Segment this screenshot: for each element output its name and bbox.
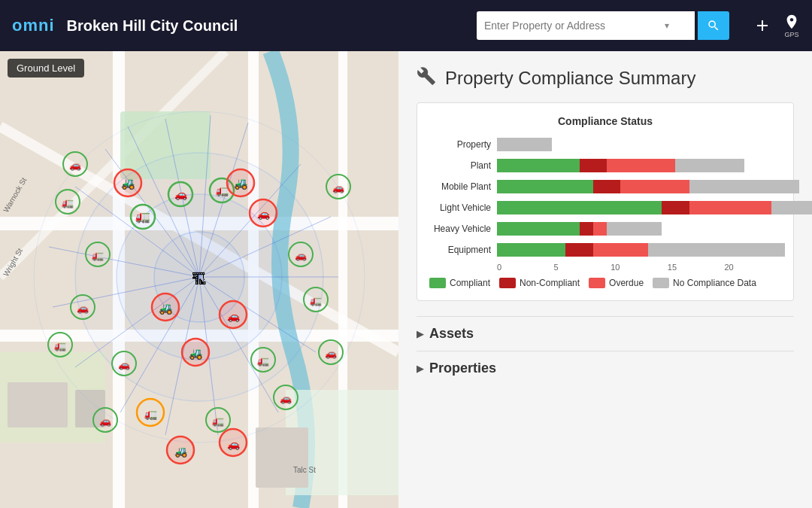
app-logo: omni	[12, 16, 55, 35]
map-background: Warnock St Wright St Talc St	[0, 51, 398, 508]
chart-row: Equipment	[429, 242, 781, 258]
legend-item: Non-Compliant	[499, 278, 580, 288]
main-content: Warnock St Wright St Talc St	[0, 51, 812, 508]
chart-row-bars	[497, 159, 781, 172]
bar-no-data	[771, 201, 812, 214]
svg-rect-12	[75, 390, 105, 427]
search-dropdown-icon[interactable]: ▾	[665, 20, 669, 31]
bar-no-data	[607, 222, 662, 236]
svg-text:Talc St: Talc St	[293, 466, 316, 474]
wrench-icon	[417, 66, 436, 90]
bar-noncompliant	[662, 201, 689, 214]
bar-no-data	[675, 159, 744, 172]
search-container: ▾	[477, 11, 729, 40]
chart-rows: PropertyPlantMobile PlantLight VehicleHe…	[429, 136, 781, 258]
x-axis: 05101520	[497, 263, 781, 272]
bar-noncompliant	[580, 159, 607, 172]
search-button[interactable]	[698, 11, 729, 40]
legend-label: Overdue	[609, 278, 644, 288]
chart-row-bars	[497, 222, 781, 236]
collapsible-sections: ▶Assets▶Properties	[417, 316, 794, 385]
bar-noncompliant	[593, 180, 621, 193]
legend-swatch	[589, 278, 605, 288]
gps-button[interactable]: GPS	[783, 14, 800, 38]
chart-row: Mobile Plant	[429, 178, 781, 195]
council-title: Broken Hill City Council	[67, 17, 238, 35]
chart-legend: CompliantNon-CompliantOverdueNo Complian…	[429, 278, 781, 288]
chart-row-bars	[497, 243, 785, 257]
panel-header: Property Compliance Summary	[417, 66, 794, 90]
bar-no-data	[497, 138, 552, 151]
bar-noncompliant	[565, 243, 593, 257]
search-input-wrapper: ▾	[477, 11, 695, 40]
add-button[interactable]	[753, 17, 771, 35]
chart-row: Property	[429, 136, 781, 153]
chart-row-label: Plant	[429, 160, 497, 171]
ground-level-badge[interactable]: Ground Level	[8, 59, 84, 78]
legend-label: No Compliance Data	[673, 278, 756, 288]
bar-overdue	[689, 201, 772, 214]
app-header: omni Broken Hill City Council ▾ GPS	[0, 0, 812, 51]
bar-no-data	[648, 243, 786, 257]
bar-compliant	[497, 243, 565, 257]
section-label: Assets	[429, 326, 474, 342]
legend-item: No Compliance Data	[653, 278, 756, 288]
chart-row-bars	[497, 180, 799, 193]
chart-row-label: Property	[429, 139, 497, 150]
chart-row-label: Mobile Plant	[429, 181, 497, 192]
map-panel[interactable]: Warnock St Wright St Talc St	[0, 51, 398, 508]
chart-row-label: Light Vehicle	[429, 202, 497, 213]
bar-overdue	[607, 159, 675, 172]
bar-overdue	[593, 222, 607, 236]
legend-item: Compliant	[429, 278, 490, 288]
bar-compliant	[497, 180, 593, 193]
right-panel: Property Compliance Summary Compliance S…	[398, 51, 812, 508]
x-tick: 20	[724, 263, 781, 272]
x-tick: 15	[668, 263, 725, 272]
legend-item: Overdue	[589, 278, 644, 288]
bar-no-data	[689, 180, 799, 193]
x-tick: 0	[497, 263, 554, 272]
gps-label: GPS	[784, 31, 798, 38]
section-label: Properties	[429, 360, 496, 376]
panel-title: Property Compliance Summary	[445, 68, 695, 89]
plus-icon	[753, 17, 771, 35]
section-header-assets[interactable]: ▶Assets	[417, 316, 794, 351]
legend-swatch	[429, 278, 446, 288]
bar-compliant	[497, 222, 580, 236]
chart-row-label: Equipment	[429, 245, 497, 255]
chart-row-bars	[497, 201, 812, 214]
chart-row-label: Heavy Vehicle	[429, 224, 497, 234]
legend-label: Non-Compliant	[520, 278, 580, 288]
bar-noncompliant	[580, 222, 593, 236]
bar-compliant	[497, 159, 580, 172]
search-input[interactable]	[484, 20, 665, 32]
bar-overdue	[593, 243, 648, 257]
legend-label: Compliant	[450, 278, 490, 288]
svg-rect-8	[120, 111, 211, 179]
x-tick: 10	[611, 263, 668, 272]
chart-row: Heavy Vehicle	[429, 221, 781, 237]
header-actions: GPS	[753, 14, 800, 38]
x-tick: 5	[554, 263, 611, 272]
chart-row: Light Vehicle	[429, 199, 781, 216]
section-arrow: ▶	[417, 364, 423, 374]
compliance-chart: Compliance Status PropertyPlantMobile Pl…	[417, 102, 794, 301]
legend-swatch	[653, 278, 669, 288]
gps-icon	[783, 14, 800, 30]
bar-overdue	[620, 180, 689, 193]
chart-row-bars	[497, 138, 781, 151]
bar-compliant	[497, 201, 662, 214]
search-icon	[707, 19, 720, 32]
legend-swatch	[499, 278, 516, 288]
chart-title: Compliance Status	[429, 115, 781, 127]
chart-row: Plant	[429, 157, 781, 174]
svg-rect-11	[8, 382, 68, 427]
section-arrow: ▶	[417, 329, 423, 339]
svg-rect-13	[256, 427, 308, 488]
section-header-properties[interactable]: ▶Properties	[417, 351, 794, 385]
